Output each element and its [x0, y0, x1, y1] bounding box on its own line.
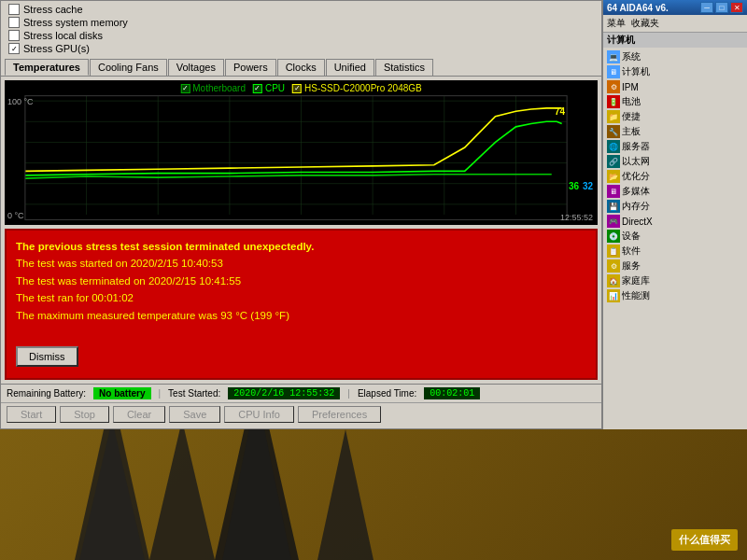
maximize-button[interactable]: □ [715, 2, 728, 13]
tree-label-9: 多媒体 [622, 185, 650, 198]
sidebar-title: 计算机 [607, 35, 635, 45]
tree-label-4: 便捷 [622, 110, 641, 123]
tree-icon-16: 📊 [607, 289, 620, 302]
aida-title-bar: 64 AIDA64 v6. ─ □ ✕ [603, 0, 747, 15]
tab-temperatures[interactable]: Temperatures [5, 59, 89, 76]
tab-powers[interactable]: Powers [225, 59, 276, 76]
tree-icon-12: 💿 [607, 230, 620, 243]
option-row-cache: Stress cache [8, 3, 594, 16]
option-row-memory: Stress system memory [8, 16, 594, 29]
tree-item-6[interactable]: 🌐 服务器 [605, 139, 745, 154]
tab-statistics[interactable]: Statistics [375, 59, 433, 76]
tree-icon-7: 🔗 [607, 155, 620, 168]
stress-memory-label: Stress system memory [23, 17, 128, 28]
cpu-legend-checkbox[interactable]: ✓ [253, 84, 262, 93]
option-row-disks: Stress local disks [8, 29, 594, 42]
cpu-info-button[interactable]: CPU Info [224, 406, 294, 423]
tree-label-5: 主板 [622, 125, 641, 138]
stress-test-window: Stress cache Stress system memory Stress… [0, 0, 602, 429]
tree-icon-1: 🖥 [607, 65, 620, 78]
sidebar-menu-1[interactable]: 菜单 [607, 17, 626, 30]
tree-label-8: 优化分 [622, 170, 650, 183]
chart-value-36: 36 [569, 181, 579, 191]
tree-item-2[interactable]: ⚙ IPM [605, 79, 745, 94]
chart-timestamp: 12:55:52 [560, 213, 593, 222]
tab-unified[interactable]: Unified [326, 59, 374, 76]
tree-icon-13: 📋 [607, 245, 620, 258]
tree-item-0[interactable]: 💻 系统 [605, 49, 745, 64]
alert-line-3: The test was terminated on 2020/2/15 10:… [16, 273, 586, 289]
stress-options-panel: Stress cache Stress system memory Stress… [1, 1, 601, 57]
tree-label-11: DirectX [622, 217, 653, 227]
tree-item-14[interactable]: ⚙ 服务 [605, 259, 745, 273]
tab-cooling-fans[interactable]: Cooling Fans [90, 59, 167, 76]
motherboard-legend-checkbox[interactable]: ✓ [180, 84, 190, 93]
close-button[interactable]: ✕ [730, 2, 743, 13]
tree-item-16[interactable]: 📊 性能测 [605, 288, 745, 303]
tree-item-4[interactable]: 📁 便捷 [605, 109, 745, 124]
tree-item-13[interactable]: 📋 软件 [605, 244, 745, 259]
tree-item-7[interactable]: 🔗 以太网 [605, 154, 745, 169]
tab-voltages[interactable]: Voltages [168, 59, 224, 76]
aida-title-text: 64 AIDA64 v6. [607, 3, 669, 13]
tree-label-2: IPM [622, 82, 639, 92]
legend-cpu: ✓ CPU [253, 83, 285, 93]
alert-line-2: The test was started on 2020/2/15 10:40:… [16, 255, 586, 272]
tree-section-header: 计算机 [603, 33, 747, 48]
tree-icon-0: 💻 [607, 50, 620, 63]
alert-line-4: The test ran for 00:01:02 [16, 289, 586, 306]
tree-item-5[interactable]: 🔧 主板 [605, 124, 745, 139]
minimize-button[interactable]: ─ [700, 2, 713, 13]
tree-item-15[interactable]: 🏠 家庭库 [605, 273, 745, 288]
tab-bar: Temperatures Cooling Fans Voltages Power… [1, 57, 601, 77]
stress-cache-label: Stress cache [23, 4, 83, 15]
stress-memory-checkbox[interactable] [8, 17, 20, 28]
battery-label: Remaining Battery: [7, 388, 86, 399]
tree-label-12: 设备 [622, 230, 641, 243]
tree-icon-2: ⚙ [607, 80, 620, 93]
alert-line-1: The previous stress test session termina… [16, 238, 586, 255]
tree-item-10[interactable]: 💾 内存分 [605, 199, 745, 214]
tree-item-8[interactable]: 📂 优化分 [605, 169, 745, 184]
ssd-legend-checkbox[interactable]: ✓ [292, 84, 302, 93]
clear-button[interactable]: Clear [113, 406, 165, 423]
stress-gpu-checkbox[interactable]: ✓ [8, 43, 20, 54]
sidebar-tree: 💻 系统 🖥 计算机 ⚙ IPM 🔋 电池 📁 便捷 🔧 主板 🌐 服务器 🔗 [603, 48, 747, 305]
sidebar-menu-2[interactable]: 收藏夹 [631, 17, 659, 30]
bottom-toolbar: Start Stop Clear Save CPU Info Preferenc… [1, 402, 601, 426]
motherboard-legend-label: Motherboard [192, 83, 246, 93]
stop-button[interactable]: Stop [60, 406, 109, 423]
tree-icon-9: 🖥 [607, 185, 620, 198]
stress-cache-checkbox[interactable] [8, 4, 20, 15]
tree-item-3[interactable]: 🔋 电池 [605, 94, 745, 109]
ssd-legend-label: HS-SSD-C2000Pro 2048GB [304, 83, 422, 93]
tree-item-1[interactable]: 🖥 计算机 [605, 64, 745, 79]
tree-icon-6: 🌐 [607, 140, 620, 153]
svg-marker-1 [79, 420, 145, 560]
test-started-value: 2020/2/16 12:55:32 [228, 387, 340, 399]
tree-icon-5: 🔧 [607, 125, 620, 138]
legend-ssd: ✓ HS-SSD-C2000Pro 2048GB [292, 83, 422, 93]
tree-item-12[interactable]: 💿 设备 [605, 229, 745, 244]
tree-label-14: 服务 [622, 259, 641, 273]
tree-label-13: 软件 [622, 245, 641, 258]
dismiss-button[interactable]: Dismiss [16, 346, 78, 367]
start-button[interactable]: Start [7, 406, 56, 423]
stress-disks-checkbox[interactable] [8, 30, 20, 41]
tree-item-9[interactable]: 🖥 多媒体 [605, 184, 745, 199]
tree-icon-3: 🔋 [607, 95, 620, 108]
chart-value-74: 74 [555, 106, 565, 117]
chart-y-bottom-label: 0 °C [7, 211, 24, 220]
chart-y-top-label: 100 °C [7, 97, 34, 106]
tree-item-11[interactable]: 🎮 DirectX [605, 214, 745, 229]
tree-icon-8: 📂 [607, 170, 620, 183]
preferences-button[interactable]: Preferences [298, 406, 381, 423]
battery-value: No battery [93, 387, 150, 399]
temperature-chart: ✓ Motherboard ✓ CPU ✓ HS-SSD-C2000Pro 20… [5, 80, 598, 225]
title-controls: ─ □ ✕ [700, 2, 743, 13]
tree-icon-14: ⚙ [607, 259, 620, 273]
tab-clocks[interactable]: Clocks [277, 59, 325, 76]
save-button[interactable]: Save [169, 406, 220, 423]
tree-label-3: 电池 [622, 95, 641, 108]
svg-marker-5 [317, 429, 374, 560]
